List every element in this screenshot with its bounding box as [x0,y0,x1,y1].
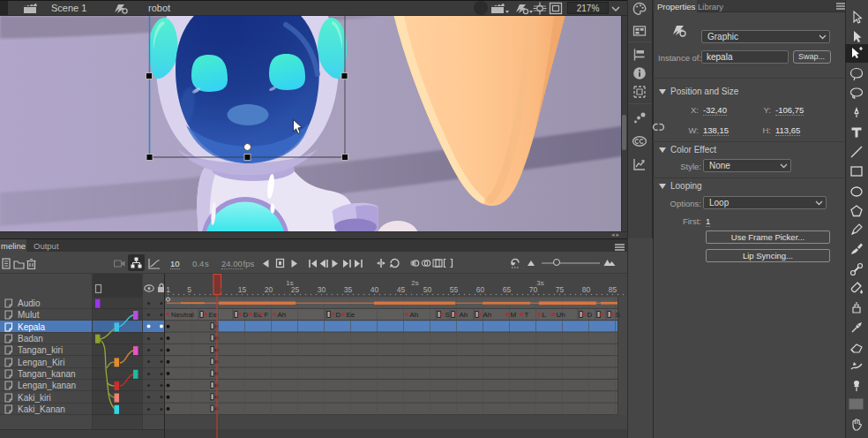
svg-text:80: 80 [582,285,591,294]
svg-text:35: 35 [344,285,353,294]
svg-text:15: 15 [238,285,247,294]
svg-text:T: T [525,311,529,319]
svg-text:Neutral: Neutral [171,311,194,319]
svg-text:Uh: Uh [557,311,565,319]
svg-text:S: S [445,311,450,319]
svg-text:D: D [587,311,593,319]
svg-text:85: 85 [609,285,617,294]
svg-text:50: 50 [423,285,432,294]
svg-text:60: 60 [476,285,485,294]
svg-text:L: L [542,311,547,319]
svg-text:D: D [243,311,249,319]
svg-text:20: 20 [265,285,273,294]
svg-text:40: 40 [370,285,379,294]
svg-text:1: 1 [166,285,170,294]
svg-text:75: 75 [556,285,565,294]
svg-text:10: 10 [213,285,221,294]
svg-text:5: 5 [187,285,191,294]
svg-text:3s: 3s [536,279,543,287]
svg-text:2s: 2s [411,279,418,287]
svg-text:M: M [511,311,517,319]
svg-text:Ah: Ah [460,311,468,319]
svg-text:D: D [336,311,341,319]
svg-text:70: 70 [529,285,538,294]
svg-text:Ah: Ah [410,311,419,319]
svg-text:Ee: Ee [347,311,355,319]
svg-text:65: 65 [503,285,512,294]
svg-text:55: 55 [450,285,459,294]
svg-text:25: 25 [291,285,300,294]
svg-text:Ah: Ah [278,311,287,319]
svg-text:Ee: Ee [209,311,218,319]
svg-text:45: 45 [397,285,406,294]
svg-text:30: 30 [318,285,326,294]
svg-text:F: F [265,311,269,319]
svg-text:Ah: Ah [483,311,492,319]
